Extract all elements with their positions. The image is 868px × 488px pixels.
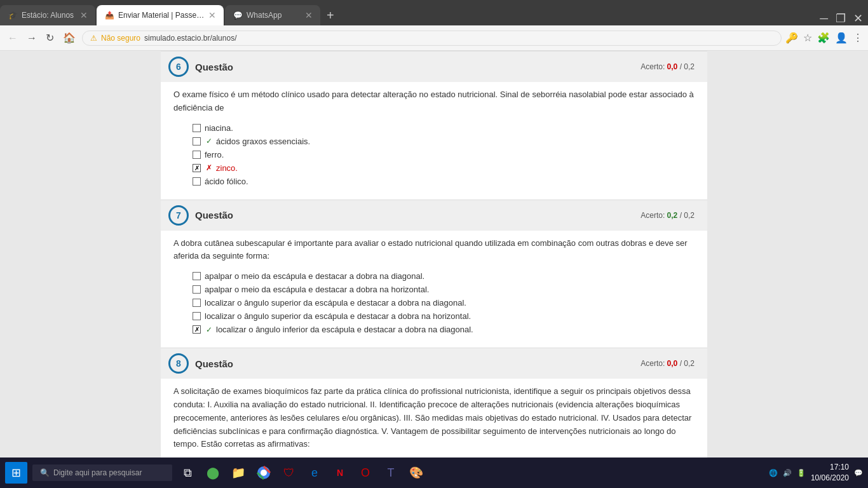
question-6-score: Acerto: 0,0 / 0,2 xyxy=(641,62,695,71)
question-7-option-1-text: apalpar o meio da escápula e destacar a … xyxy=(205,271,424,281)
question-7-checkbox-4[interactable] xyxy=(193,312,201,320)
close-button[interactable]: ✕ xyxy=(853,11,863,25)
profile-icon[interactable]: 👤 xyxy=(835,32,848,44)
address-bar: ← → ↻ 🏠 ⚠ Não seguro simulado.estacio.br… xyxy=(0,25,868,51)
question-7-checkbox-1[interactable] xyxy=(193,272,201,280)
tab-close-enviar[interactable]: ✕ xyxy=(208,10,216,20)
question-6-option-2: ✓ ácidos graxos essenciais. xyxy=(193,135,682,148)
taskbar-mcafee[interactable]: 🛡 xyxy=(279,463,299,483)
back-button[interactable]: ← xyxy=(5,30,20,46)
question-7-option-4: localizar o ângulo superior da escápula … xyxy=(193,309,682,323)
tab-title-estacio: Estácio: Alunos xyxy=(22,11,76,20)
question-8-score-total: 0,2 xyxy=(684,359,695,368)
tab-enviar[interactable]: 📤 Enviar Material | Passei Direto ✕ xyxy=(97,5,224,25)
question-6-score-total: 0,2 xyxy=(684,62,695,71)
new-tab-button[interactable]: + xyxy=(322,8,339,23)
question-7-checkbox-5[interactable]: ✗ xyxy=(193,325,201,334)
maximize-button[interactable]: ❐ xyxy=(836,11,846,25)
question-6-option-4-text: zinco. xyxy=(216,163,238,173)
tab-title-enviar: Enviar Material | Passei Direto xyxy=(118,11,205,20)
question-7-option-5: ✗ ✓ localizar o ângulo inferior da escáp… xyxy=(193,323,682,336)
taskbar-paint[interactable]: 🎨 xyxy=(406,463,426,483)
star-icon[interactable]: ☆ xyxy=(803,32,812,44)
questions-container: 6 Questão Acerto: 0,0 / 0,2 O exame físi… xyxy=(161,51,707,458)
question-8-score: Acerto: 0,0 / 0,2 xyxy=(641,359,695,368)
tab-whatsapp[interactable]: 💬 WhatsApp ✕ xyxy=(225,5,320,25)
question-6-option-4: ✗ ✗ zinco. xyxy=(193,161,682,175)
menu-icon[interactable]: ⋮ xyxy=(853,32,863,44)
network-icon[interactable]: 🌐 xyxy=(769,469,778,477)
question-6: 6 Questão Acerto: 0,0 / 0,2 O exame físi… xyxy=(161,51,707,194)
speaker-icon[interactable]: 🔊 xyxy=(783,469,792,477)
question-7-score: Acerto: 0,2 / 0,2 xyxy=(641,211,695,220)
search-bar[interactable]: 🔍 Digite aqui para pesquisar xyxy=(32,464,172,481)
question-7-checkbox-2[interactable] xyxy=(193,285,201,294)
url-text: simulado.estacio.br/alunos/ xyxy=(144,34,773,43)
battery-icon[interactable]: 🔋 xyxy=(797,469,806,477)
taskbar-file-explorer[interactable]: 📁 xyxy=(228,463,248,483)
clock-date: 10/06/2020 xyxy=(811,473,849,484)
forward-button[interactable]: → xyxy=(24,30,39,46)
tab-estacio[interactable]: 🎓 Estácio: Alunos ✕ xyxy=(0,5,95,25)
question-6-score-value: 0,0 xyxy=(667,62,678,71)
question-7-head-left: 7 Questão xyxy=(168,205,233,226)
question-7-option-3: localizar o ângulo superior da escápula … xyxy=(193,296,682,309)
question-8-body: A solicitação de exames bioquímicos faz … xyxy=(161,379,707,455)
minimize-button[interactable]: ─ xyxy=(820,12,828,25)
taskbar-tray: 🌐 🔊 🔋 17:10 10/06/2020 💬 xyxy=(769,462,863,484)
question-7-header: 7 Questão Acerto: 0,2 / 0,2 xyxy=(161,200,707,231)
url-bar[interactable]: ⚠ Não seguro simulado.estacio.br/alunos/ xyxy=(82,30,782,46)
browser-chrome: 🎓 Estácio: Alunos ✕ 📤 Enviar Material | … xyxy=(0,0,868,51)
question-6-checkbox-2[interactable] xyxy=(193,137,201,146)
tab-favicon-enviar: 📤 xyxy=(104,10,114,20)
question-7-score-value: 0,2 xyxy=(667,211,678,220)
search-placeholder: Digite aqui para pesquisar xyxy=(53,468,142,477)
question-7-checkbox-3[interactable] xyxy=(193,299,201,307)
taskbar-edge[interactable]: e xyxy=(304,463,325,483)
taskbar: ⊞ 🔍 Digite aqui para pesquisar ⧉ ⬤ 📁 🛡 e… xyxy=(0,458,868,488)
tab-title-whatsapp: WhatsApp xyxy=(247,11,301,20)
question-6-label: Questão xyxy=(195,62,233,72)
question-6-checkbox-4[interactable]: ✗ xyxy=(193,164,201,172)
question-8-number: 8 xyxy=(168,353,189,374)
key-icon[interactable]: 🔑 xyxy=(785,32,798,44)
question-8-header: 8 Questão Acerto: 0,0 / 0,2 xyxy=(161,348,707,379)
taskbar-chrome[interactable]: ⬤ xyxy=(203,463,223,483)
taskbar-task-view[interactable]: ⧉ xyxy=(177,463,198,483)
taskbar-opera[interactable]: O xyxy=(355,463,376,483)
home-button[interactable]: 🏠 xyxy=(60,29,78,46)
question-7-option-2-text: apalpar o meio da escápula e destacar a … xyxy=(205,285,429,294)
clock-time: 17:10 xyxy=(811,462,849,473)
question-7-option-1: apalpar o meio da escápula e destacar a … xyxy=(193,269,682,283)
security-warning-icon: ⚠ xyxy=(90,34,97,43)
svg-point-1 xyxy=(261,470,267,476)
question-6-number: 6 xyxy=(168,57,189,77)
question-6-option-5-text: ácido fólico. xyxy=(205,177,248,186)
question-6-option-3-text: ferro. xyxy=(205,150,224,159)
refresh-button[interactable]: ↻ xyxy=(43,29,57,46)
start-button[interactable]: ⊞ xyxy=(5,462,27,484)
taskbar-teams[interactable]: T xyxy=(381,463,401,483)
question-6-options: niacina. ✓ ácidos graxos essenciais. fer… xyxy=(161,119,707,194)
extensions-icon[interactable]: 🧩 xyxy=(817,32,830,44)
question-6-option-1-text: niacina. xyxy=(205,123,233,133)
question-8-score-value: 0,0 xyxy=(667,359,678,368)
tab-favicon-whatsapp: 💬 xyxy=(233,10,243,20)
question-7-option-5-text: localizar o ângulo inferior da escápula … xyxy=(216,325,473,334)
question-6-checkbox-3[interactable] xyxy=(193,151,201,159)
question-6-option-2-text: ácidos graxos essenciais. xyxy=(216,137,310,146)
taskbar-chrome2[interactable] xyxy=(254,463,274,483)
tab-close-whatsapp[interactable]: ✕ xyxy=(305,10,313,20)
question-7-option-2: apalpar o meio da escápula e destacar a … xyxy=(193,283,682,296)
notification-icon[interactable]: 💬 xyxy=(854,469,863,477)
question-8-score-label: Acerto: xyxy=(641,359,665,368)
question-6-checkbox-5[interactable] xyxy=(193,177,201,186)
question-6-score-label: Acerto: xyxy=(641,62,665,71)
question-6-head-left: 6 Questão xyxy=(168,57,233,77)
taskbar-netflix[interactable]: N xyxy=(330,463,350,483)
tab-close-estacio[interactable]: ✕ xyxy=(80,10,88,20)
question-6-body: O exame físico é um método clínico usado… xyxy=(161,82,707,119)
question-6-checkbox-1[interactable] xyxy=(193,124,201,132)
page-content: 6 Questão Acerto: 0,0 / 0,2 O exame físi… xyxy=(0,51,868,458)
time-display[interactable]: 17:10 10/06/2020 xyxy=(811,462,849,484)
